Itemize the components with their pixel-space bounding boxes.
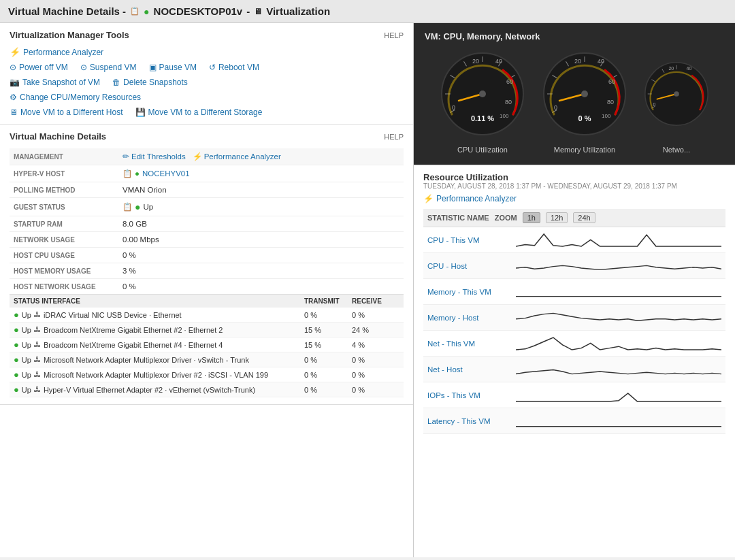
startup-ram-label: STARTUP RAM xyxy=(10,216,118,232)
performance-analyzer-link[interactable]: ⚡ Performance Analyzer xyxy=(10,47,103,57)
svg-text:0: 0 xyxy=(554,104,557,111)
stat-name-2[interactable]: Memory - This VM xyxy=(427,288,516,296)
nic-row: ● Up 🖧 Microsoft Network Adapter Multipl… xyxy=(10,352,404,367)
stat-row: Memory - Host xyxy=(423,305,725,331)
nic-name-1: ● Up 🖧 iDRAC Virtual NIC USB Device · Et… xyxy=(14,310,304,320)
change-cpu-link[interactable]: ⚙ Change CPU/Memory Resources xyxy=(10,93,141,102)
svg-text:0: 0 xyxy=(653,102,655,107)
virtualization-icon: 🖥 xyxy=(254,7,262,16)
status-up-container: 📋 ● Up xyxy=(122,201,399,212)
host-memory-value: 3 % xyxy=(118,263,404,279)
suspend-vm-link[interactable]: ⊙ Suspend VM xyxy=(80,63,137,72)
nic-transmit-1: 0 % xyxy=(304,311,352,319)
network-gauge-svg: 0 20 40 xyxy=(642,50,710,138)
nic-transmit-3: 15 % xyxy=(304,341,352,349)
nic-table-header: STATUS INTERFACE TRANSMIT RECEIVE xyxy=(10,294,404,308)
nic-interface-5: Microsoft Network Adapter Multiplexor Dr… xyxy=(44,371,268,379)
details-table: MANAGEMENT ✏ Edit Thresholds ⚡ Performan… xyxy=(10,148,404,294)
move-host-link[interactable]: 🖥 Move VM to a Different Host xyxy=(10,108,123,117)
tools-row-2: ⊙ Power off VM ⊙ Suspend VM ▣ Pause VM ↺… xyxy=(10,63,404,72)
nic-interface-1: iDRAC Virtual NIC USB Device · Ethernet xyxy=(44,311,182,319)
host-cpu-label: HOST CPU USAGE xyxy=(10,248,118,263)
tools-header: Virtualization Manager Tools HELP xyxy=(10,30,404,40)
host-memory-row: HOST MEMORY USAGE 3 % xyxy=(10,263,404,279)
resource-perf-analyzer-link[interactable]: ⚡ Performance Analyzer xyxy=(423,194,725,203)
take-snapshot-link[interactable]: 📷 Take Snapshot of VM xyxy=(10,78,100,87)
svg-text:0 %: 0 % xyxy=(578,114,591,122)
network-usage-value: 0.00 Mbps xyxy=(118,232,404,248)
stat-name-3[interactable]: Memory - Host xyxy=(427,314,516,322)
stat-name-1[interactable]: CPU - Host xyxy=(427,262,516,270)
pause-vm-link[interactable]: ▣ Pause VM xyxy=(149,63,197,72)
stats-list: CPU - This VMCPU - HostMemory - This VMM… xyxy=(423,227,725,434)
tools-help-link[interactable]: HELP xyxy=(384,31,404,39)
sparkline-svg-3 xyxy=(516,308,721,328)
stat-chart-3 xyxy=(516,308,721,328)
sparkline-svg-6 xyxy=(516,385,721,406)
sparkline-svg-4 xyxy=(516,333,721,354)
edit-thresholds-link[interactable]: ✏ Edit Thresholds xyxy=(122,152,186,161)
stat-row: Net - This VM xyxy=(423,331,725,357)
startup-ram-value: 8.0 GB xyxy=(118,216,404,232)
stat-chart-4 xyxy=(516,333,721,354)
nic-name-3: ● Up 🖧 Broadcom NetXtreme Gigabit Ethern… xyxy=(14,340,304,350)
nic-up-label-4: Up xyxy=(22,356,31,364)
svg-text:20: 20 xyxy=(574,58,581,65)
tools-row-3: 📷 Take Snapshot of VM 🗑 Delete Snapshots xyxy=(10,78,404,87)
pause-icon: ▣ xyxy=(149,63,157,72)
nic-row: ● Up 🖧 Broadcom NetXtreme Gigabit Ethern… xyxy=(10,337,404,352)
vm-status-icon: 📋 xyxy=(130,7,140,16)
host-link[interactable]: 📋 ● NOCEHYV01 xyxy=(122,169,399,178)
zoom-1h-button[interactable]: 1h xyxy=(523,212,540,223)
nic-up-label-1: Up xyxy=(22,311,31,319)
svg-point-15 xyxy=(479,90,486,97)
nic-icon-6: 🖧 xyxy=(34,386,41,393)
delete-snapshots-link[interactable]: 🗑 Delete Snapshots xyxy=(112,78,188,87)
memory-gauge: 0 20 40 60 80 100 0 % Memory Utilization xyxy=(540,50,629,154)
zoom-12h-button[interactable]: 12h xyxy=(546,212,568,223)
stat-name-0[interactable]: CPU - This VM xyxy=(427,236,516,244)
nic-name-5: ● Up 🖧 Microsoft Network Adapter Multipl… xyxy=(14,369,304,380)
network-gauge: 0 20 40 Netwo... xyxy=(642,50,710,154)
nic-status-dot-5: ● xyxy=(14,369,19,380)
vm-status-dot: ● xyxy=(144,6,149,17)
polling-value: VMAN Orion xyxy=(118,182,404,198)
guest-status-dot: ● xyxy=(135,201,140,212)
nic-row: ● Up 🖧 Microsoft Network Adapter Multipl… xyxy=(10,367,404,382)
stat-name-6[interactable]: IOPs - This VM xyxy=(427,391,516,399)
svg-text:60: 60 xyxy=(608,78,615,85)
management-actions: ✏ Edit Thresholds ⚡ Performance Analyzer xyxy=(122,152,399,161)
move-host-icon: 🖥 xyxy=(10,108,18,117)
vm-name: NOCDESKTOP01v xyxy=(154,5,243,17)
sparkline-svg-1 xyxy=(516,256,721,276)
stat-name-5[interactable]: Net - Host xyxy=(427,365,516,374)
stat-name-4[interactable]: Net - This VM xyxy=(427,340,516,348)
stat-row: Memory - This VM xyxy=(423,279,725,305)
svg-text:20: 20 xyxy=(472,58,479,65)
zoom-label: Zoom xyxy=(495,214,517,222)
snapshot-icon: 📷 xyxy=(10,78,20,87)
nic-receive-3: 4 % xyxy=(352,341,399,349)
perf-analyzer-details-link[interactable]: ⚡ Performance Analyzer xyxy=(193,152,281,161)
reboot-vm-link[interactable]: ↺ Reboot VM xyxy=(209,63,259,72)
stat-chart-1 xyxy=(516,256,721,276)
guest-status-value: 📋 ● Up xyxy=(118,198,404,216)
nic-status-dot-1: ● xyxy=(14,310,19,320)
svg-text:100: 100 xyxy=(602,113,611,119)
details-help-link[interactable]: HELP xyxy=(384,133,404,141)
stat-name-7[interactable]: Latency - This VM xyxy=(427,417,516,425)
gauges-section: VM: CPU, Memory, Network xyxy=(414,23,735,165)
cpu-gauge-svg: 0 20 40 60 80 100 0.11 % xyxy=(438,50,527,138)
nic-icon-3: 🖧 xyxy=(34,341,41,348)
stat-name-col-label: STATISTIC NAME xyxy=(427,214,489,222)
nic-receive-1: 0 % xyxy=(352,311,399,319)
separator-icon: - xyxy=(246,5,250,17)
perf-analyzer-details-icon: ⚡ xyxy=(193,152,202,161)
svg-point-32 xyxy=(581,90,588,97)
gauges-title: VM: CPU, Memory, Network xyxy=(425,31,724,42)
move-storage-link[interactable]: 💾 Move VM to a Different Storage xyxy=(135,108,263,117)
zoom-24h-button[interactable]: 24h xyxy=(573,212,595,223)
nic-row: ● Up 🖧 iDRAC Virtual NIC USB Device · Et… xyxy=(10,308,404,323)
power-off-link[interactable]: ⊙ Power off VM xyxy=(10,63,68,72)
cpu-change-icon: ⚙ xyxy=(10,93,17,102)
